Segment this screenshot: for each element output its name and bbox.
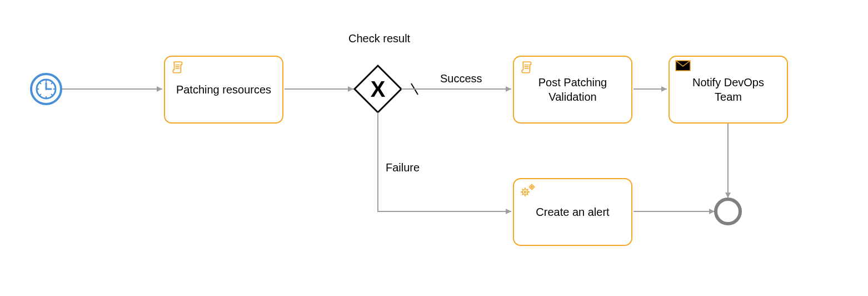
mail-icon [675, 60, 691, 74]
svg-line-30 [527, 189, 528, 190]
task-label: Post Patching Validation [523, 75, 622, 104]
gears-icon [520, 182, 536, 201]
connectors-layer: X [0, 0, 868, 296]
edge-success-label: Success [439, 72, 483, 85]
svg-line-27 [522, 189, 523, 190]
svg-point-31 [530, 185, 534, 189]
xor-gateway: X [355, 66, 401, 112]
task-patching-resources: Patching resources [164, 56, 283, 124]
task-notify-devops: Notify DevOps Team [669, 56, 788, 124]
task-label: Create an alert [536, 205, 609, 219]
script-icon [171, 60, 185, 77]
task-label: Patching resources [176, 82, 271, 97]
gateway-label: Check result [347, 32, 411, 45]
bpmn-canvas: X Check result Success Failure [0, 0, 868, 296]
task-label: Notify DevOps Team [679, 75, 778, 104]
task-create-alert: Create an alert [513, 178, 632, 246]
svg-line-29 [522, 194, 523, 195]
svg-point-22 [524, 191, 526, 193]
svg-point-32 [531, 186, 532, 188]
end-event [716, 199, 740, 224]
script-icon [520, 60, 534, 77]
timer-start-event [31, 74, 61, 104]
svg-line-28 [527, 194, 528, 195]
svg-text:X: X [371, 77, 386, 101]
edge-failure-label: Failure [385, 161, 421, 174]
task-post-patching-validation: Post Patching Validation [513, 56, 632, 124]
